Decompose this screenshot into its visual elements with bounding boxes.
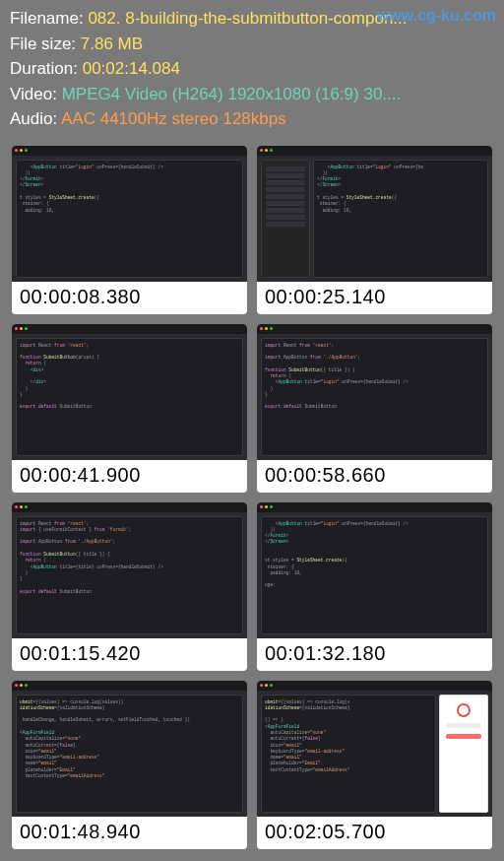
editor-titlebar — [257, 324, 492, 334]
thumb-image: ubmit={(values) => console.log(v idation… — [257, 691, 492, 817]
editor-titlebar — [12, 502, 247, 512]
thumb-1: <AppButton title="Login" onPress={handle… — [12, 146, 247, 314]
mobile-preview — [439, 695, 488, 813]
timestamp: 00:01:48.940 — [12, 817, 247, 849]
video-label: Video: — [10, 85, 62, 103]
editor-titlebar — [12, 681, 247, 691]
thumb-8: ubmit={(values) => console.log(v idation… — [257, 681, 492, 849]
thumb-image: <AppButton title="Login" onPress={handle… — [257, 512, 492, 638]
thumb-image: <AppButton title="Login" onPress={handle… — [12, 156, 247, 282]
thumb-4: import React from 'react'; import AppBut… — [257, 324, 492, 493]
code-pane: ubmit={(values) => console.log(v idation… — [261, 695, 436, 813]
footer: Generated with Light Alloy v4.10.2 (buil… — [0, 855, 504, 862]
audio-value: AAC 44100Hz stereo 128kbps — [61, 109, 286, 128]
code-pane: import React from 'react'; function Subm… — [16, 338, 243, 456]
thumb-image: <AppButton title="Login" onPress={ha )) … — [257, 156, 492, 282]
duration-value: 00:02:14.084 — [83, 59, 180, 78]
timestamp: 00:02:05.700 — [257, 817, 492, 849]
filesize-label: File size: — [10, 34, 81, 53]
audio-row: Audio: AAC 44100Hz stereo 128kbps — [10, 106, 494, 132]
code-pane: <AppButton title="Login" onPress={handle… — [16, 160, 243, 278]
thumb-6: <AppButton title="Login" onPress={handle… — [257, 502, 492, 671]
filesize-value: 7.86 MB — [81, 34, 143, 53]
mock-button — [446, 734, 481, 739]
audio-label: Audio: — [10, 109, 61, 128]
editor-titlebar — [12, 324, 247, 334]
code-pane: <AppButton title="Login" onPress={ha )) … — [313, 160, 488, 278]
thumb-image: import React from 'react'; import AppBut… — [257, 334, 492, 460]
file-sidebar — [261, 160, 310, 278]
timestamp: 00:00:41.900 — [12, 460, 247, 493]
thumb-image: import React from 'react'; function Subm… — [12, 334, 247, 460]
thumb-5: import React from 'react'; import { useF… — [12, 502, 247, 671]
editor-titlebar — [257, 681, 492, 691]
timestamp: 00:01:32.180 — [257, 638, 492, 671]
mock-input — [446, 723, 481, 728]
filename-value: 082. 8-building-the-submitbutton-compon.… — [88, 9, 407, 28]
timestamp: 00:01:15.420 — [12, 638, 247, 671]
watermark-top: www.cg-ku.com — [377, 4, 496, 28]
thumb-7: ubmit={(values) => console.log(values)} … — [12, 681, 247, 849]
thumbnail-grid: <AppButton title="Login" onPress={handle… — [0, 140, 504, 855]
thumb-image: import React from 'react'; import { useF… — [12, 512, 247, 638]
timestamp: 00:00:25.140 — [257, 282, 492, 314]
editor-titlebar — [257, 502, 492, 512]
code-pane: import React from 'react'; import AppBut… — [261, 338, 488, 456]
duration-row: Duration: 00:02:14.084 — [10, 56, 494, 82]
thumb-image: ubmit={(values) => console.log(values)} … — [12, 691, 247, 817]
timestamp: 00:00:08.380 — [12, 282, 247, 314]
video-row: Video: MPEG4 Video (H264) 1920x1080 (16:… — [10, 82, 494, 107]
filename-label: Filename: — [10, 9, 88, 28]
editor-titlebar — [257, 146, 492, 156]
code-pane: ubmit={(values) => console.log(values)} … — [16, 695, 243, 813]
thumb-3: import React from 'react'; function Subm… — [12, 324, 247, 493]
metadata-header: www.cg-ku.com Filename: 082. 8-building-… — [0, 0, 504, 140]
code-pane: <AppButton title="Login" onPress={handle… — [261, 516, 488, 634]
duration-label: Duration: — [10, 59, 83, 78]
code-pane: import React from 'react'; import { useF… — [16, 516, 243, 634]
editor-titlebar — [12, 146, 247, 156]
thumb-2: <AppButton title="Login" onPress={ha )) … — [257, 146, 492, 314]
video-value: MPEG4 Video (H264) 1920x1080 (16:9) 30..… — [62, 85, 402, 103]
filesize-row: File size: 7.86 MB — [10, 32, 494, 57]
timestamp: 00:00:58.660 — [257, 460, 492, 493]
app-logo-icon — [457, 703, 471, 717]
